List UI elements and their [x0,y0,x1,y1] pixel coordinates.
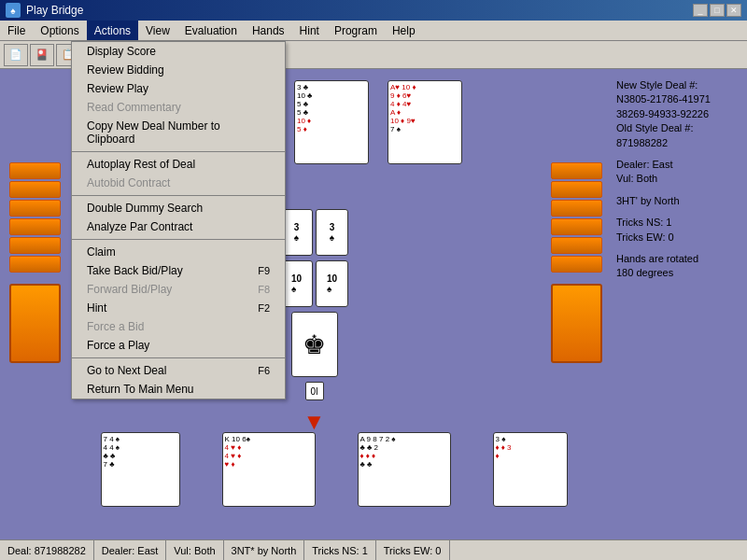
menu-hint[interactable]: Hint F2 [72,299,285,317]
east-card-6[interactable] [551,256,602,273]
menu-autobid: Autobid Contract [72,174,285,192]
east-card-stack [551,162,602,363]
east-card-1[interactable] [551,162,602,179]
center-cards-row1: 3♠ 3♠ [280,209,348,256]
app-icon: ♠ [6,3,21,18]
menu-next-deal[interactable]: Go to Next Deal F6 [72,361,285,380]
old-style-deal-value: 871988282 [616,136,738,150]
menu-forward: Forward Bid/Play F8 [72,280,285,299]
menu-view[interactable]: View [138,21,177,40]
menu-options[interactable]: Options [33,21,86,40]
center-card-10b[interactable]: 10♠ [316,260,348,307]
west-card-3[interactable] [9,200,61,217]
status-dealer: Dealer: East [94,540,167,560]
south-hand-3[interactable]: A 9 8 7 2 ♠ ♣ ♣ 2 ♦ ♦ ♦ ♣ ♣ [358,432,451,507]
center-play-area: 3♠ 3♠ 10♠ 10♠ ♚ 0l ▼ [280,209,348,435]
minimize-button[interactable]: _ [693,4,708,17]
info-panel: New Style Deal #: N3805-21786-41971 3826… [616,78,738,281]
east-card-3[interactable] [551,200,602,217]
west-card-1[interactable] [9,162,61,179]
south-hand-2[interactable]: K 10 6♠ 4 ♥ ♦ 4 ♥ ♦ ♥ ♦ [222,432,316,507]
toolbar-new[interactable]: 📄 [4,44,28,66]
west-card-6[interactable] [9,256,61,273]
center-cards-row2: 10♠ 10♠ [280,260,348,307]
actions-dropdown: Display Score Review Bidding Review Play… [71,41,286,399]
title-bar: ♠ Play Bridge _ □ ✕ [0,0,747,21]
menu-hands[interactable]: Hands [245,21,292,40]
menu-double-dummy[interactable]: Double Dummy Search [72,199,285,217]
status-tricks-ns: Tricks NS: 1 [304,540,376,560]
old-style-deal-label: Old Style Deal #: [616,121,738,135]
close-button[interactable]: ✕ [726,4,741,17]
separator-2 [72,195,285,196]
north-left-hand[interactable]: 3 ♣ 10 ♣ 5 ♣ 5 ♣ 10 ♦ 5 ♦ [294,80,369,164]
menu-main-menu[interactable]: Return To Main Menu [72,380,285,399]
new-style-deal-label: New Style Deal #: [616,78,738,92]
contract-info: 3HT' by North [616,194,738,208]
west-big-card[interactable] [9,284,61,363]
tricks-ew-info: Tricks EW: 0 [616,231,738,245]
vul-info: Vul: Both [616,172,738,186]
west-card-5[interactable] [9,237,61,254]
hands-rotated-info2: 180 degrees [616,266,738,280]
center-card-small[interactable]: 0l [305,382,324,400]
menu-force-bid: Force a Bid [72,317,285,336]
separator-4 [72,357,285,358]
hands-rotated-info: Hands are rotated [616,252,738,266]
south-hand-4[interactable]: 3 ♠ ♦ ♦ 3 ♦ [493,432,568,507]
menu-actions[interactable]: Actions [87,21,138,40]
dealer-info: Dealer: East [616,158,738,172]
separator-3 [72,239,285,240]
menu-hint[interactable]: Hint [292,21,327,40]
maximize-button[interactable]: □ [710,4,725,17]
direction-arrow: ▼ [303,409,326,435]
menu-force-play[interactable]: Force a Play [72,336,285,355]
status-tricks-ew: Tricks EW: 0 [376,540,450,560]
west-card-stack [9,162,61,363]
tricks-ns-info: Tricks NS: 1 [616,216,738,230]
menu-bar: File Options Actions View Evaluation Han… [0,21,747,41]
menu-display-score[interactable]: Display Score [72,42,285,61]
east-card-4[interactable] [551,218,602,235]
center-card-3b[interactable]: 3♠ [316,209,348,256]
north-right-hand[interactable]: A♥ 10 ♦ 9 ♦ 6♥ 4 ♦ 4♥ A ♦ 10 ♦ 9♥ 7 ♠ [388,80,462,164]
status-deal: Deal: 871988282 [0,540,94,560]
east-card-2[interactable] [551,181,602,198]
title-controls[interactable]: _ □ ✕ [693,4,741,17]
menu-take-back[interactable]: Take Back Bid/Play F9 [72,261,285,280]
menu-file[interactable]: File [0,21,33,40]
title-bar-left: ♠ Play Bridge [6,3,83,18]
menu-help[interactable]: Help [385,21,423,40]
menu-program[interactable]: Program [327,21,385,40]
toolbar-deal[interactable]: 🎴 [30,44,54,66]
menu-review-bidding[interactable]: Review Bidding [72,61,285,79]
menu-review-play[interactable]: Review Play [72,79,285,98]
menu-autoplay[interactable]: Autoplay Rest of Deal [72,155,285,174]
new-style-deal-value: N3805-21786-41971 [616,92,738,106]
menu-analyze-par[interactable]: Analyze Par Contract [72,217,285,236]
status-bar: Deal: 871988282 Dealer: East Vul: Both 3… [0,539,747,560]
west-card-2[interactable] [9,181,61,198]
menu-evaluation[interactable]: Evaluation [177,21,245,40]
east-card-5[interactable] [551,237,602,254]
north-card-area: 3 ♣ 10 ♣ 5 ♣ 5 ♣ 10 ♦ 5 ♦ A♥ 10 ♦ 9 ♦ 6♥… [294,80,462,164]
title-text: Play Bridge [26,4,83,17]
new-style-deal-value2: 38269-94933-92226 [616,107,738,121]
menu-copy-deal[interactable]: Copy New Deal Number to Clipboard [72,117,285,148]
east-big-card[interactable] [551,284,602,363]
menu-read-commentary: Read Commentary [72,98,285,117]
south-hand-1[interactable]: 7 4 ♠ 4 4 ♠ ♣ ♣ 7 ♣ [101,432,180,507]
status-vul: Vul: Both [166,540,223,560]
status-contract: 3NT* by North [224,540,305,560]
separator-1 [72,151,285,152]
west-card-4[interactable] [9,218,61,235]
menu-claim[interactable]: Claim [72,243,285,261]
face-card-king[interactable]: ♚ [291,312,338,377]
south-area: 7 4 ♠ 4 4 ♠ ♣ ♣ 7 ♣ K 10 6♠ 4 ♥ ♦ 4 ♥ ♦ … [79,432,588,507]
